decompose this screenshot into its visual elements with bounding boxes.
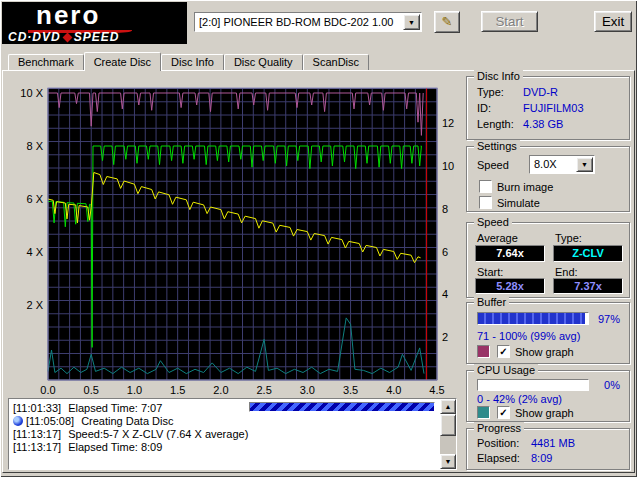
speed-type-value: Z-CLV xyxy=(553,245,623,262)
panel-cpu-title: CPU Usage xyxy=(474,364,538,376)
disc-length-value: 4.38 GB xyxy=(523,118,563,130)
scroll-up-icon[interactable]: ▲ xyxy=(440,399,456,414)
buffer-progress-fill xyxy=(478,313,585,324)
speed-type-label: Type: xyxy=(555,232,582,244)
svg-text:3.0: 3.0 xyxy=(300,384,315,396)
write-progress-bar xyxy=(249,402,435,412)
progress-elapsed-label: Elapsed: xyxy=(477,452,520,464)
tab-disc-quality[interactable]: Disc Quality xyxy=(224,54,303,70)
tab-create-disc[interactable]: Create Disc xyxy=(84,52,161,71)
app-window: nero CD·DVDSPEED [2:0] PIONEER BD-ROM BD… xyxy=(0,0,637,477)
tab-scandisc[interactable]: ScanDisc xyxy=(303,54,369,70)
cpu-color-swatch xyxy=(477,406,490,419)
panel-speed: Speed Average Type: 7.64x Z-CLV Start: E… xyxy=(466,222,630,298)
burn-image-checkbox[interactable] xyxy=(479,180,492,193)
svg-text:6: 6 xyxy=(442,246,448,258)
tab-benchmark[interactable]: Benchmark xyxy=(8,54,84,70)
svg-text:6 X: 6 X xyxy=(26,193,43,205)
svg-text:0.5: 0.5 xyxy=(84,384,99,396)
svg-text:8: 8 xyxy=(442,203,448,215)
progress-position-label: Position: xyxy=(477,437,519,449)
simulate-checkbox[interactable] xyxy=(479,196,492,209)
svg-text:10 X: 10 X xyxy=(20,87,43,99)
log-text: Elapsed Time: 7:07 xyxy=(68,402,162,414)
simulate-label: Simulate xyxy=(497,197,540,209)
svg-text:2.0: 2.0 xyxy=(213,384,228,396)
cpu-show-graph-checkbox[interactable]: ✓ xyxy=(497,406,510,419)
drive-select-arrow-icon[interactable]: ▼ xyxy=(403,14,420,30)
buffer-show-graph-label: Show graph xyxy=(515,346,574,358)
nero-logo-subtitle: CD·DVDSPEED xyxy=(8,30,119,44)
log-scrollbar[interactable]: ▲ ▼ xyxy=(440,399,456,469)
speed-chart: 10 X8 X6 X4 X2 X121086420.00.51.01.52.02… xyxy=(0,70,465,400)
start-button[interactable]: Start xyxy=(481,11,538,32)
speed-end-value: 7.37x xyxy=(553,278,623,294)
panel-settings-title: Settings xyxy=(474,140,520,152)
log-timestamp: [11:01:33] xyxy=(13,402,61,414)
svg-text:4.0: 4.0 xyxy=(386,384,401,396)
svg-text:2 X: 2 X xyxy=(26,299,43,311)
cpu-percent: 0% xyxy=(604,379,620,391)
panel-buffer-title: Buffer xyxy=(474,296,509,308)
speed-start-label: Start: xyxy=(477,266,503,278)
svg-text:1.0: 1.0 xyxy=(127,384,142,396)
log-entry: [11:13:17]Elapsed Time: 8:09 xyxy=(13,441,436,454)
tab-bar: Benchmark Create Disc Disc Info Disc Qua… xyxy=(8,52,369,71)
svg-text:2: 2 xyxy=(442,331,448,343)
log-entry: [11:13:17]Speed:5-7 X Z-CLV (7.64 X aver… xyxy=(13,428,436,441)
speed-chart-svg: 10 X8 X6 X4 X2 X121086420.00.51.01.52.02… xyxy=(0,70,465,400)
log-text: Creating Data Disc xyxy=(81,415,173,427)
log-text: Elapsed Time: 8:09 xyxy=(68,441,162,453)
panel-progress-title: Progress xyxy=(474,422,524,434)
log-timestamp: [11:13:17] xyxy=(13,441,61,453)
disc-length-label: Length: xyxy=(477,118,514,130)
svg-text:4.5: 4.5 xyxy=(429,384,444,396)
scroll-down-icon[interactable]: ▼ xyxy=(440,454,456,469)
svg-text:8 X: 8 X xyxy=(26,140,43,152)
scrollbar-thumb[interactable] xyxy=(440,414,456,436)
disc-type-value: DVD-R xyxy=(523,86,558,98)
buffer-progress-bar xyxy=(477,312,589,325)
log-text: Speed:5-7 X Z-CLV (7.64 X average) xyxy=(68,428,248,440)
speed-average-value: 7.64x xyxy=(475,245,545,262)
cpu-show-graph-label: Show graph xyxy=(515,407,574,419)
panel-cpu: CPU Usage 0% 0 - 42% (2% avg) ✓ Show gra… xyxy=(466,370,630,422)
svg-text:12: 12 xyxy=(442,117,454,129)
svg-text:4 X: 4 X xyxy=(26,246,43,258)
speed-select-value: 8.0X xyxy=(534,158,557,170)
log-panel[interactable]: [11:01:33]Elapsed Time: 7:07 [11:05:08]C… xyxy=(8,398,457,470)
drive-select-value: [2:0] PIONEER BD-ROM BDC-202 1.00 xyxy=(199,16,393,28)
panel-speed-title: Speed xyxy=(474,216,512,228)
disc-id-value: FUJIFILM03 xyxy=(523,102,584,114)
write-pen-icon: ✎ xyxy=(442,14,453,29)
disc-id-label: ID: xyxy=(477,102,491,114)
log-timestamp: [11:13:17] xyxy=(13,428,61,440)
speed-diamond-icon xyxy=(62,33,72,43)
svg-text:10: 10 xyxy=(442,160,454,172)
buffer-color-swatch xyxy=(477,345,490,358)
progress-position-value: 4481 MB xyxy=(531,437,575,449)
buffer-percent: 97% xyxy=(598,313,620,325)
buffer-stats: 71 - 100% (99% avg) xyxy=(477,330,580,342)
exit-button[interactable]: Exit xyxy=(594,11,632,32)
speed-select-label: Speed xyxy=(477,159,509,171)
log-entry: [11:05:08]Creating Data Disc xyxy=(13,415,436,428)
disc-type-label: Type: xyxy=(477,86,504,98)
buffer-show-graph-checkbox[interactable]: ✓ xyxy=(497,345,510,358)
svg-text:4: 4 xyxy=(442,288,448,300)
svg-text:0.0: 0.0 xyxy=(40,384,55,396)
speed-average-label: Average xyxy=(477,232,518,244)
drive-select[interactable]: [2:0] PIONEER BD-ROM BDC-202 1.00 ▼ xyxy=(194,12,422,32)
tab-disc-info[interactable]: Disc Info xyxy=(161,54,224,70)
log-timestamp: [11:05:08] xyxy=(26,415,74,427)
svg-text:1.5: 1.5 xyxy=(170,384,185,396)
nero-logo: nero CD·DVDSPEED xyxy=(2,2,187,44)
speed-select-arrow-icon[interactable]: ▼ xyxy=(576,157,593,172)
disc-icon xyxy=(13,416,23,426)
speed-select[interactable]: 8.0X ▼ xyxy=(529,155,595,174)
panel-progress: Progress Position: 4481 MB Elapsed: 8:09 xyxy=(466,428,630,470)
svg-text:3.5: 3.5 xyxy=(343,384,358,396)
burn-icon-button[interactable]: ✎ xyxy=(434,11,460,33)
panel-buffer: Buffer 97% 71 - 100% (99% avg) ✓ Show gr… xyxy=(466,302,630,364)
cpu-stats: 0 - 42% (2% avg) xyxy=(477,393,562,405)
